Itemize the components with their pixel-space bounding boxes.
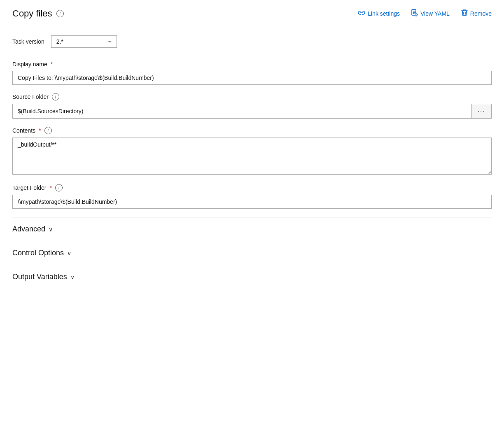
target-folder-input[interactable]	[12, 195, 492, 209]
view-yaml-label: View YAML	[420, 10, 450, 17]
target-folder-info-icon[interactable]: i	[55, 184, 63, 191]
source-folder-info-icon[interactable]: i	[52, 93, 59, 100]
header-actions: Link settings View YAML Remove	[358, 9, 492, 18]
advanced-chevron-icon: ∨	[49, 226, 53, 233]
control-options-section[interactable]: Control Options ∨	[12, 241, 492, 265]
view-yaml-button[interactable]: View YAML	[411, 9, 450, 18]
link-settings-button[interactable]: Link settings	[358, 10, 400, 17]
contents-textarea[interactable]	[12, 138, 492, 175]
output-variables-label: Output Variables	[12, 273, 67, 281]
remove-label: Remove	[470, 10, 492, 17]
task-version-chevron: ⤳	[107, 39, 112, 44]
header-left: Copy files i	[12, 8, 64, 19]
source-folder-wrapper: ···	[12, 104, 492, 119]
output-variables-section[interactable]: Output Variables ∨	[12, 265, 492, 289]
contents-label: Contents	[12, 127, 35, 134]
task-version-value: 2.*	[56, 38, 63, 45]
target-folder-required: *	[49, 184, 51, 191]
source-folder-field-group: Source Folder i ···	[12, 93, 492, 119]
target-folder-label-row: Target Folder * i	[12, 184, 492, 191]
output-variables-chevron-icon: ∨	[70, 274, 75, 280]
ellipsis-icon: ···	[478, 107, 485, 115]
contents-label-row: Contents * i	[12, 127, 492, 134]
source-folder-ellipsis-button[interactable]: ···	[472, 104, 492, 119]
contents-required: *	[39, 127, 41, 134]
display-name-label: Display name	[12, 61, 47, 68]
advanced-label: Advanced	[12, 225, 45, 233]
advanced-header: Advanced ∨	[12, 225, 492, 233]
output-variables-header: Output Variables ∨	[12, 273, 492, 281]
source-folder-input[interactable]	[12, 104, 472, 119]
display-name-required: *	[51, 61, 53, 68]
contents-info-icon[interactable]: i	[44, 127, 52, 134]
source-folder-label-row: Source Folder i	[12, 93, 492, 100]
control-options-chevron-icon: ∨	[67, 250, 71, 257]
link-settings-label: Link settings	[368, 10, 400, 17]
page-title: Copy files	[12, 8, 52, 19]
remove-button[interactable]: Remove	[461, 9, 492, 18]
task-version-row: Task version 2.* ⤳	[12, 35, 492, 48]
remove-icon	[461, 9, 468, 18]
task-version-select[interactable]: 2.* ⤳	[51, 35, 117, 48]
title-info-icon[interactable]: i	[56, 10, 64, 17]
control-options-header: Control Options ∨	[12, 249, 492, 257]
source-folder-label: Source Folder	[12, 93, 49, 100]
control-options-label: Control Options	[12, 249, 64, 257]
link-icon	[358, 10, 365, 17]
yaml-icon	[411, 9, 418, 18]
display-name-input[interactable]	[12, 71, 492, 85]
display-name-field-group: Display name *	[12, 61, 492, 85]
target-folder-label: Target Folder	[12, 184, 46, 191]
page-header: Copy files i Link settings View YAML	[12, 8, 492, 22]
contents-field-group: Contents * i	[12, 127, 492, 176]
task-version-label: Task version	[12, 38, 44, 45]
advanced-section[interactable]: Advanced ∨	[12, 217, 492, 241]
target-folder-field-group: Target Folder * i	[12, 184, 492, 209]
display-name-label-row: Display name *	[12, 61, 492, 68]
